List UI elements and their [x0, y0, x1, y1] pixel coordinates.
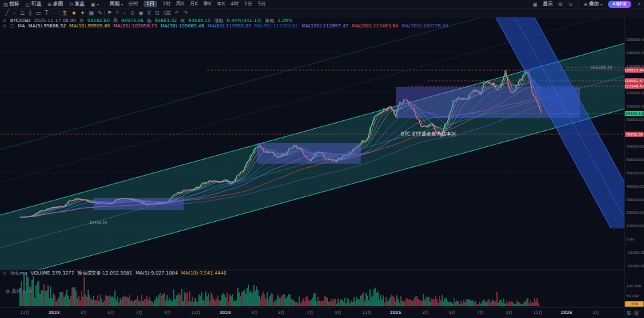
toolbar-left-group: ▤指标 ◫盯盘 ⊞多图 ↻复盘 ▣▾	[3, 1, 99, 7]
text-tool[interactable]: T	[43, 10, 50, 16]
template-icon[interactable]: ▦	[87, 10, 96, 16]
trash-icon[interactable]: ⌫	[162, 10, 173, 16]
magnet-icon[interactable]: ⌁	[121, 10, 128, 16]
svg-text:100000.00: 100000.00	[627, 104, 644, 108]
layout-select[interactable]: ▣▾	[91, 1, 99, 7]
symbol-pair: BTC/USD	[10, 18, 31, 23]
depth-button[interactable]: 深	[634, 310, 639, 317]
chevron-down-icon: ▾	[601, 2, 603, 7]
period-4h[interactable]: 4时	[230, 1, 238, 7]
eye-icon[interactable]: ◉	[136, 10, 145, 16]
high-value: 94873.56	[121, 18, 143, 23]
more-tools-button[interactable]: ⋯	[50, 10, 59, 16]
close-label: 收	[180, 18, 185, 23]
svg-text:117246.43: 117246.43	[625, 84, 644, 88]
main-indicator-button[interactable]: 主	[60, 9, 69, 17]
amplitude-label: 振幅	[265, 18, 275, 23]
horizontal-line-tool[interactable]: ─	[11, 10, 18, 16]
compare-select[interactable]: ⊕叠加▾	[584, 1, 603, 7]
period-1w[interactable]: 周K	[176, 1, 184, 7]
flag-icon[interactable]: ⚑	[105, 10, 114, 16]
svg-text:78950.38: 78950.38	[625, 132, 643, 136]
compare-icon: ⊕	[584, 1, 588, 7]
rectangle-tool[interactable]: ▭	[34, 10, 43, 16]
layers-icon[interactable]: ▢	[10, 23, 15, 29]
period-1m[interactable]: 1分	[244, 1, 252, 7]
svg-text:9月: 9月	[335, 310, 341, 315]
trend-line-tool[interactable]: ╱	[3, 10, 11, 16]
symbol-info-bar: ⊙ BTC/USD 2025-11-17 08:00 开94182.60 高94…	[3, 18, 293, 23]
ma-item: MA(5):95686.52	[28, 23, 66, 29]
pencil-icon[interactable]: ✎	[96, 10, 105, 16]
panel-icon[interactable]: ⊟	[153, 10, 162, 16]
brush-icon[interactable]: ✦	[78, 10, 87, 16]
measure-icon[interactable]: ⌗	[114, 9, 121, 16]
ma-item: MA(60):113363.07	[208, 23, 251, 29]
svg-text:0.00: 0.00	[627, 237, 635, 241]
period-1mo[interactable]: 月K	[190, 1, 198, 7]
redo-icon[interactable]: ↷	[182, 10, 190, 16]
chevron-down-icon: ▾	[97, 2, 99, 7]
svg-text:2025: 2025	[389, 310, 401, 315]
eye-toggle-icon[interactable]: ⊙	[3, 18, 7, 23]
ma-title: MA	[18, 23, 25, 29]
ruler-icon[interactable]: ∇	[145, 10, 152, 16]
ma-item: MA(200):113463.84	[351, 23, 398, 29]
chip-distribution-button[interactable]: 筹	[627, 310, 631, 317]
period-fenshi[interactable]: 分时	[128, 1, 138, 7]
svg-text:11月: 11月	[20, 310, 29, 315]
favorite-star-icon[interactable]: ★	[69, 10, 78, 16]
svg-text:15492.56: 15492.56	[90, 220, 108, 224]
svg-text:94595.10: 94595.10	[625, 112, 643, 116]
grid-icon: ⊞	[47, 1, 51, 7]
settings-button[interactable]: ⚙	[558, 1, 563, 7]
svg-text:30000.00: 30000.00	[627, 198, 644, 202]
svg-text:3月: 3月	[593, 310, 599, 315]
svg-text:3月: 3月	[251, 310, 258, 315]
parallel-lines-tool[interactable]: ☰	[18, 10, 27, 16]
period-menu[interactable]: 周期▾	[110, 1, 123, 7]
pip-button[interactable]: ▣	[532, 1, 537, 7]
close-value: 94595.10	[188, 18, 210, 23]
monitor-icon: ◫	[25, 1, 30, 7]
svg-text:3月: 3月	[422, 310, 429, 315]
eye-toggle-icon[interactable]: ⊙	[3, 271, 7, 276]
change-value: 0.44%(411.13)	[226, 18, 261, 23]
eye-toggle-icon[interactable]: ⊙	[3, 23, 7, 29]
drawing-toolbar: ╱ ─ ☰ ┼ ▭ T ⋯ 主 ★ ✦ ▦ ✎ ⚑ ⌗ ⌁ ⊙ ◉ ∇ ⊟ ⌫ …	[0, 9, 644, 17]
aicoin-logo-icon: ⊚	[5, 288, 11, 295]
share-button[interactable]: ↗	[637, 1, 641, 7]
replay-button[interactable]: ↻复盘	[69, 1, 84, 7]
period-1h[interactable]: 1时	[162, 1, 170, 7]
kline-icon: ▤	[3, 1, 8, 7]
ma-item: MA(20):103056.23	[114, 23, 157, 29]
display-settings-button[interactable]: 显示	[543, 1, 553, 7]
period-1q[interactable]: 季K	[203, 1, 211, 7]
undo-icon[interactable]: ↶	[173, 10, 182, 16]
low-label: 低	[147, 18, 152, 23]
replay-icon: ↻	[69, 1, 73, 7]
divider	[578, 1, 579, 7]
svg-text:40000.00: 40000.00	[627, 184, 644, 188]
period-1y[interactable]: 年K	[217, 1, 225, 7]
cross-line-tool[interactable]: ┼	[27, 10, 34, 16]
multichart-button[interactable]: ⊞多图	[47, 1, 63, 7]
svg-text:70000.00: 70000.00	[627, 144, 644, 148]
watch-button[interactable]: ◫盯盘	[25, 1, 41, 7]
period-1d[interactable]: 1日	[144, 1, 157, 7]
volume-estimate: 预估成交量:12,052.5081	[77, 271, 132, 276]
ma-item: MA(10):99905.88	[69, 23, 110, 29]
candle-datetime: 2025-11-17 08:00	[34, 18, 76, 23]
svg-text:7月: 7月	[307, 310, 313, 315]
watermark: ⊚ AiCoin	[5, 288, 32, 295]
ai-analysis-button[interactable]: AI解读	[608, 1, 631, 8]
fullscreen-button[interactable]: ⇲	[568, 1, 572, 7]
period-5m[interactable]: 5分	[258, 1, 266, 7]
svg-text:7月: 7月	[136, 310, 142, 315]
indicator-button[interactable]: ▤指标	[3, 1, 19, 7]
fullscreen-icon: ⇲	[568, 1, 572, 7]
svg-text:7月: 7月	[477, 310, 484, 315]
watermark-text: AiCoin	[12, 288, 33, 295]
lock-icon[interactable]: ⊙	[128, 10, 137, 16]
time-axis-labels: 11月20233月5月7月9月11月20243月5月7月9月11月20253月5…	[20, 310, 599, 315]
